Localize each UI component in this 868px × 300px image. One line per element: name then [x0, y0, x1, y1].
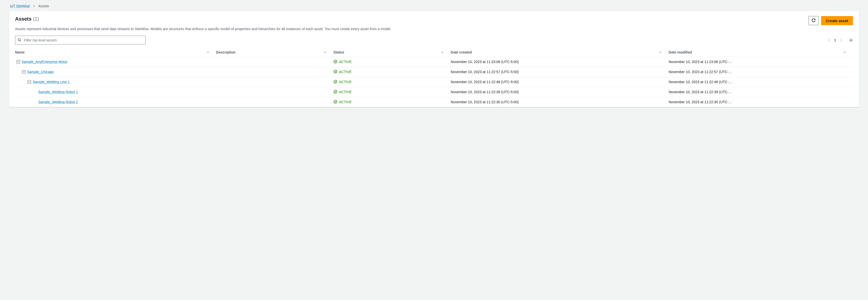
cell-created: November 10, 2023 at 11:22:57 (UTC-5:00)	[451, 67, 669, 77]
svg-rect-4	[23, 72, 25, 72]
search-icon	[18, 38, 21, 43]
page-title-count: (1)	[33, 16, 39, 22]
table-row: Sample_Welding Robot 2ACTIVENovember 10,…	[15, 97, 853, 107]
pagination: 1	[828, 38, 853, 42]
chevron-right-icon	[33, 4, 35, 8]
status-success-icon	[333, 100, 337, 105]
asset-link[interactable]: Sample_Welding Robot 2	[38, 100, 78, 104]
prev-page-button[interactable]	[828, 39, 831, 42]
table-row: Sample_Welding Robot 1ACTIVENovember 10,…	[15, 87, 853, 97]
status-success-icon	[333, 80, 337, 84]
col-header-modified[interactable]: Date modified	[669, 48, 853, 57]
cell-created: November 10, 2023 at 11:22:39 (UTC-5:00)	[451, 87, 669, 97]
next-page-button[interactable]	[840, 39, 843, 42]
cell-description	[216, 67, 334, 77]
table-row: Sample_Welding Line 1ACTIVENovember 10, …	[15, 77, 853, 87]
col-header-name[interactable]: Name	[15, 48, 216, 57]
sort-icon	[324, 50, 327, 54]
col-header-status[interactable]: Status	[333, 48, 451, 57]
status-label: ACTIVE	[339, 60, 352, 64]
filter-input[interactable]	[15, 36, 146, 45]
panel-description: Assets represent industrial devices and …	[15, 27, 853, 32]
page-title-text: Assets	[15, 16, 32, 22]
asset-link[interactable]: Sample_AnyEnterprise Motor	[22, 60, 67, 64]
tree-collapse-icon[interactable]	[17, 60, 20, 63]
cell-modified: November 10, 2023 at 11:23:06 (UTC-…	[669, 57, 853, 67]
filter-field	[15, 36, 146, 45]
sort-icon	[207, 50, 209, 54]
refresh-button[interactable]	[809, 16, 818, 25]
status-label: ACTIVE	[339, 100, 352, 104]
status-label: ACTIVE	[339, 90, 352, 94]
cell-created: November 10, 2023 at 11:22:48 (UTC-5:00)	[451, 77, 669, 87]
status-label: ACTIVE	[339, 80, 352, 84]
assets-table: Name Description Status	[15, 48, 853, 107]
status-label: ACTIVE	[339, 70, 352, 74]
col-header-modified-label: Date modified	[669, 50, 692, 54]
cell-description	[216, 87, 334, 97]
cell-modified: November 10, 2023 at 11:22:30 (UTC-…	[669, 97, 853, 107]
asset-link[interactable]: Sample_Chicago	[27, 70, 54, 74]
cell-created: November 10, 2023 at 11:23:06 (UTC-5:00)	[451, 57, 669, 67]
cell-modified: November 10, 2023 at 11:22:57 (UTC-…	[669, 67, 853, 77]
cell-description	[216, 57, 334, 67]
status-success-icon	[333, 90, 337, 94]
sort-icon	[441, 50, 444, 54]
cell-description	[216, 77, 334, 87]
sort-icon	[659, 50, 661, 54]
create-asset-button[interactable]: Create asset	[821, 16, 853, 25]
tree-collapse-icon[interactable]	[28, 80, 31, 84]
svg-point-0	[18, 38, 20, 40]
svg-point-1	[850, 39, 851, 40]
cell-description	[216, 97, 334, 107]
page-number: 1	[834, 38, 836, 42]
cell-modified: November 10, 2023 at 11:22:39 (UTC-…	[669, 87, 853, 97]
refresh-icon	[811, 18, 816, 23]
status-success-icon	[333, 70, 337, 74]
svg-rect-2	[17, 61, 19, 62]
col-header-description[interactable]: Description	[216, 48, 334, 57]
status-success-icon	[333, 59, 337, 64]
asset-link[interactable]: Sample_Welding Robot 1	[38, 90, 78, 94]
assets-panel: Assets (1) Create asset Assets represent…	[9, 11, 859, 107]
svg-rect-6	[28, 82, 30, 82]
breadcrumb: IoT SiteWise Assets	[9, 4, 859, 8]
cell-modified: November 10, 2023 at 11:22:48 (UTC-…	[669, 77, 853, 87]
settings-button[interactable]	[846, 38, 853, 42]
tree-collapse-icon[interactable]	[22, 70, 26, 74]
col-header-created-label: Date created	[451, 50, 472, 54]
page-title: Assets (1)	[15, 16, 39, 22]
cell-created: November 10, 2023 at 11:22:30 (UTC-5:00)	[451, 97, 669, 107]
table-row: Sample_AnyEnterprise MotorACTIVENovember…	[15, 57, 853, 67]
col-header-description-label: Description	[216, 50, 236, 54]
breadcrumb-current: Assets	[38, 4, 49, 8]
sort-icon	[843, 50, 846, 54]
breadcrumb-root-link[interactable]: IoT SiteWise	[10, 4, 30, 8]
col-header-status-label: Status	[333, 50, 344, 54]
table-row: Sample_ChicagoACTIVENovember 10, 2023 at…	[15, 67, 853, 77]
col-header-created[interactable]: Date created	[451, 48, 669, 57]
col-header-name-label: Name	[15, 50, 25, 54]
asset-link[interactable]: Sample_Welding Line 1	[33, 80, 70, 84]
